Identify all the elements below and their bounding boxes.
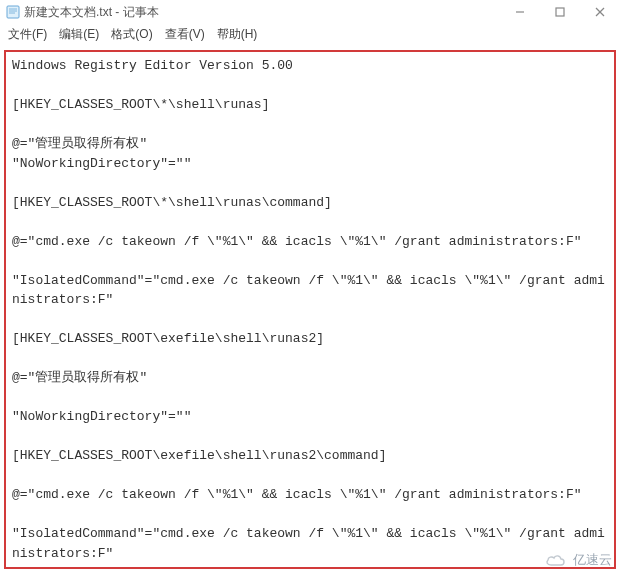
window-controls (514, 6, 606, 18)
text-editor-content[interactable]: Windows Registry Editor Version 5.00 [HK… (6, 52, 614, 567)
menubar: 文件(F) 编辑(E) 格式(O) 查看(V) 帮助(H) (0, 24, 620, 48)
close-button[interactable] (594, 6, 606, 18)
menu-edit[interactable]: 编辑(E) (59, 26, 99, 43)
minimize-button[interactable] (514, 6, 526, 18)
menu-file[interactable]: 文件(F) (8, 26, 47, 43)
maximize-button[interactable] (554, 6, 566, 18)
menu-help[interactable]: 帮助(H) (217, 26, 258, 43)
notepad-icon (6, 5, 20, 19)
titlebar: 新建文本文档.txt - 记事本 (0, 0, 620, 24)
svg-rect-5 (556, 8, 564, 16)
menu-view[interactable]: 查看(V) (165, 26, 205, 43)
editor-highlight-frame: Windows Registry Editor Version 5.00 [HK… (4, 50, 616, 569)
svg-rect-0 (7, 6, 19, 18)
window-title: 新建文本文档.txt - 记事本 (24, 4, 514, 21)
menu-format[interactable]: 格式(O) (111, 26, 152, 43)
